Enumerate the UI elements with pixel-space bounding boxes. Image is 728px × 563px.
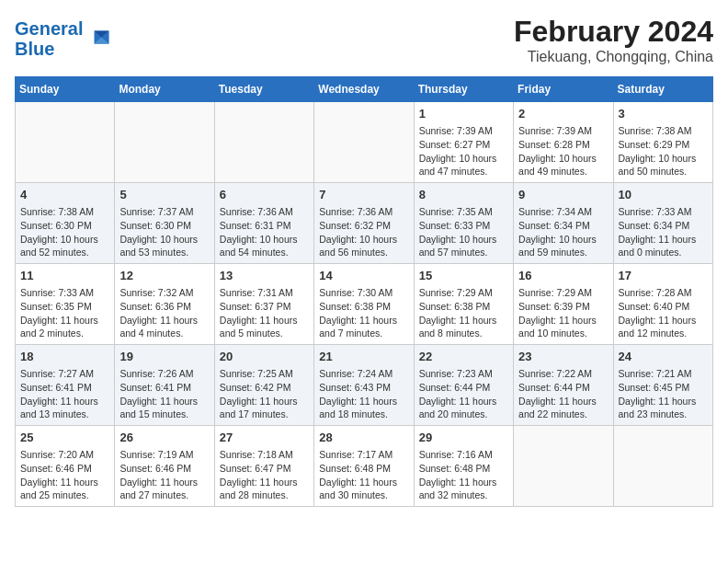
- day-content: Sunset: 6:33 PM: [419, 219, 508, 233]
- day-number: 15: [419, 268, 508, 284]
- day-content: and 47 minutes.: [419, 165, 508, 178]
- day-content: and 22 minutes.: [518, 408, 608, 421]
- day-content: Sunrise: 7:31 AM: [220, 286, 309, 300]
- day-content: Sunrise: 7:29 AM: [518, 286, 608, 300]
- logo-line2: Blue: [15, 39, 54, 59]
- calendar-cell: 21Sunrise: 7:24 AMSunset: 6:43 PMDayligh…: [314, 345, 414, 426]
- day-number: 9: [518, 187, 608, 203]
- day-content: Daylight: 11 hours: [419, 395, 508, 408]
- day-content: Sunrise: 7:18 AM: [220, 448, 309, 462]
- calendar-cell: 12Sunrise: 7:32 AMSunset: 6:36 PMDayligh…: [115, 264, 214, 345]
- day-content: and 25 minutes.: [20, 488, 109, 502]
- day-content: and 57 minutes.: [419, 246, 508, 259]
- day-number: 29: [419, 430, 508, 446]
- day-content: and 18 minutes.: [319, 408, 408, 421]
- day-number: 4: [20, 187, 109, 203]
- day-content: Sunset: 6:32 PM: [319, 219, 408, 233]
- calendar-cell: 3Sunrise: 7:38 AMSunset: 6:29 PMDaylight…: [613, 102, 712, 183]
- day-content: Sunrise: 7:33 AM: [20, 286, 109, 300]
- day-content: and 56 minutes.: [319, 246, 408, 259]
- day-content: Sunset: 6:41 PM: [20, 381, 109, 395]
- calendar-table: SundayMondayTuesdayWednesdayThursdayFrid…: [15, 76, 713, 507]
- day-content: Sunset: 6:48 PM: [319, 462, 408, 476]
- day-content: Sunset: 6:47 PM: [220, 462, 309, 476]
- day-content: and 17 minutes.: [220, 408, 309, 421]
- calendar-cell: 10Sunrise: 7:33 AMSunset: 6:34 PMDayligh…: [613, 183, 712, 264]
- day-content: and 59 minutes.: [518, 246, 608, 259]
- day-content: Sunrise: 7:39 AM: [518, 124, 608, 138]
- day-number: 20: [220, 349, 309, 365]
- page-subtitle: Tiekuang, Chongqing, China: [514, 49, 713, 65]
- day-content: Daylight: 10 hours: [319, 233, 408, 247]
- day-content: and 49 minutes.: [518, 165, 608, 178]
- calendar-cell: 13Sunrise: 7:31 AMSunset: 6:37 PMDayligh…: [214, 264, 313, 345]
- day-content: Sunset: 6:31 PM: [220, 219, 309, 233]
- day-content: and 15 minutes.: [119, 408, 209, 421]
- logo-line1: General: [15, 18, 83, 39]
- calendar-week-row: 11Sunrise: 7:33 AMSunset: 6:35 PMDayligh…: [16, 264, 713, 345]
- calendar-cell: 24Sunrise: 7:21 AMSunset: 6:45 PMDayligh…: [613, 345, 712, 426]
- calendar-cell: 17Sunrise: 7:28 AMSunset: 6:40 PMDayligh…: [613, 264, 712, 345]
- day-content: Daylight: 11 hours: [220, 395, 309, 408]
- calendar-header-row: SundayMondayTuesdayWednesdayThursdayFrid…: [16, 77, 713, 102]
- day-content: Sunset: 6:45 PM: [619, 381, 708, 395]
- day-content: Daylight: 11 hours: [20, 476, 109, 489]
- day-content: Sunset: 6:30 PM: [119, 219, 209, 233]
- calendar-cell: 4Sunrise: 7:38 AMSunset: 6:30 PMDaylight…: [16, 183, 115, 264]
- calendar-cell: 6Sunrise: 7:36 AMSunset: 6:31 PMDaylight…: [214, 183, 313, 264]
- day-content: Sunset: 6:42 PM: [220, 381, 309, 395]
- day-number: 3: [619, 106, 708, 122]
- day-content: Daylight: 11 hours: [619, 233, 708, 247]
- day-content: Sunset: 6:46 PM: [20, 462, 109, 476]
- day-content: Daylight: 11 hours: [220, 476, 309, 489]
- day-content: Sunrise: 7:38 AM: [619, 124, 708, 138]
- day-content: Sunset: 6:46 PM: [119, 462, 209, 476]
- logo: General Blue: [15, 18, 110, 59]
- day-content: Sunset: 6:48 PM: [419, 462, 508, 476]
- day-number: 7: [319, 187, 408, 203]
- calendar-cell: 28Sunrise: 7:17 AMSunset: 6:48 PMDayligh…: [314, 426, 414, 507]
- day-number: 1: [419, 106, 508, 122]
- day-content: Sunset: 6:44 PM: [419, 381, 508, 395]
- header-sunday: Sunday: [16, 77, 115, 102]
- day-content: Sunset: 6:41 PM: [119, 381, 209, 395]
- day-number: 13: [220, 268, 309, 284]
- calendar-cell: 25Sunrise: 7:20 AMSunset: 6:46 PMDayligh…: [16, 426, 115, 507]
- day-content: Daylight: 10 hours: [220, 233, 309, 247]
- day-content: Sunrise: 7:21 AM: [619, 367, 708, 381]
- calendar-week-row: 4Sunrise: 7:38 AMSunset: 6:30 PMDaylight…: [16, 183, 713, 264]
- day-content: Sunset: 6:28 PM: [518, 138, 608, 152]
- calendar-cell: 19Sunrise: 7:26 AMSunset: 6:41 PMDayligh…: [115, 345, 214, 426]
- day-content: Sunrise: 7:34 AM: [518, 205, 608, 219]
- page-title: February 2024: [514, 15, 713, 49]
- day-content: Daylight: 11 hours: [518, 314, 608, 327]
- day-content: Daylight: 10 hours: [20, 233, 109, 247]
- day-content: and 7 minutes.: [319, 327, 408, 340]
- day-content: Sunrise: 7:22 AM: [518, 367, 608, 381]
- calendar-cell: 7Sunrise: 7:36 AMSunset: 6:32 PMDaylight…: [314, 183, 414, 264]
- day-content: Sunset: 6:29 PM: [619, 138, 708, 152]
- day-number: 23: [518, 349, 608, 365]
- calendar-cell: [514, 426, 613, 507]
- day-content: and 2 minutes.: [20, 327, 109, 340]
- day-content: and 30 minutes.: [319, 488, 408, 502]
- day-number: 24: [619, 349, 708, 365]
- day-content: Sunrise: 7:37 AM: [119, 205, 209, 219]
- day-content: Sunrise: 7:39 AM: [419, 124, 508, 138]
- header-saturday: Saturday: [613, 77, 712, 102]
- calendar-week-row: 25Sunrise: 7:20 AMSunset: 6:46 PMDayligh…: [16, 426, 713, 507]
- day-content: Sunset: 6:34 PM: [518, 219, 608, 233]
- day-number: 10: [619, 187, 708, 203]
- day-content: Sunrise: 7:28 AM: [619, 286, 708, 300]
- day-content: Daylight: 11 hours: [419, 476, 508, 489]
- day-content: Sunset: 6:44 PM: [518, 381, 608, 395]
- day-content: and 27 minutes.: [119, 488, 209, 502]
- day-number: 12: [119, 268, 209, 284]
- day-content: Daylight: 10 hours: [419, 233, 508, 247]
- day-content: Sunrise: 7:32 AM: [119, 286, 209, 300]
- day-content: and 53 minutes.: [119, 246, 209, 259]
- day-content: Sunset: 6:27 PM: [419, 138, 508, 152]
- calendar-cell: 1Sunrise: 7:39 AMSunset: 6:27 PMDaylight…: [414, 102, 513, 183]
- day-number: 17: [619, 268, 708, 284]
- day-number: 8: [419, 187, 508, 203]
